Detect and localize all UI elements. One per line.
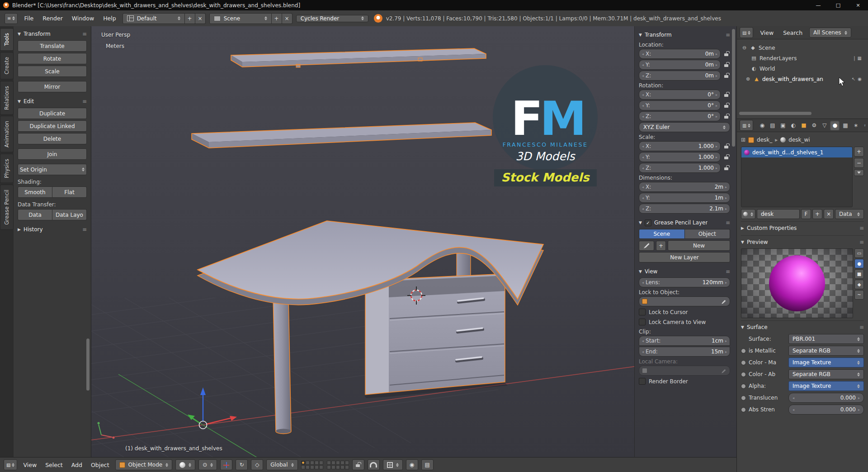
tab-material[interactable]: ● [830, 120, 840, 130]
close-button[interactable]: × [848, 0, 868, 10]
layer-toggle[interactable] [336, 461, 340, 465]
layer-toggle[interactable] [340, 461, 344, 465]
screen-layout-selector[interactable]: Default [123, 13, 185, 24]
draw-pencil-button[interactable] [639, 241, 654, 251]
set-origin-button[interactable]: Set Origin [18, 164, 87, 175]
mode-dropdown[interactable]: Object Mode [115, 459, 173, 470]
surface-shader-dropdown[interactable]: PBR.001 [788, 334, 864, 344]
tab-physics[interactable]: Physics [0, 154, 14, 183]
snap-toggle-button[interactable] [368, 459, 380, 470]
is-metallic-dropdown[interactable]: Separate RGB [788, 346, 864, 356]
shelf-lower[interactable] [192, 123, 491, 148]
clip-start-field[interactable]: ◂Start:1cm▸ [639, 336, 730, 346]
expander-icon[interactable]: ⊕ [745, 76, 751, 82]
material-name-field[interactable]: desk [757, 209, 800, 219]
outliner-scrollbar-horizontal[interactable] [739, 112, 811, 115]
maximize-button[interactable]: □ [828, 0, 848, 10]
scale-button[interactable]: Scale [18, 66, 87, 77]
panel-header-surface[interactable]: ▼ Surface ≡ [741, 320, 864, 332]
layer-toggle[interactable] [315, 465, 319, 469]
tab-scene[interactable]: ▣ [778, 120, 788, 130]
step-left-icon[interactable]: ◂ [642, 144, 644, 148]
panel-menu-icon[interactable]: ≡ [859, 324, 864, 330]
step-right-icon[interactable]: ▸ [725, 339, 727, 343]
breadcrumb-object[interactable]: desk_ [757, 137, 772, 143]
panel-header-view[interactable]: ▼ View ≡ [639, 267, 730, 277]
lock-rotation-y-button[interactable] [722, 103, 730, 108]
step-right-icon[interactable]: ▸ [725, 207, 727, 211]
step-left-icon[interactable]: ◂ [642, 155, 644, 159]
step-left-icon[interactable]: ◂ [642, 185, 644, 189]
lock-location-x-button[interactable] [722, 51, 730, 57]
layer-toggle[interactable] [331, 465, 335, 469]
step-right-icon[interactable]: ▸ [716, 93, 717, 97]
viewport-3d[interactable]: F M FRANCESCO MILANESE 3D Models Stock M… [91, 26, 736, 457]
outliner-item-world[interactable]: ◐ World [739, 63, 866, 74]
shade-smooth-button[interactable]: Smooth [18, 186, 52, 198]
viewport-menu-object[interactable]: Object [88, 462, 112, 468]
lock-camera-checkbox[interactable] [639, 319, 646, 325]
menu-help[interactable]: Help [100, 15, 119, 22]
dimensions-x-field[interactable]: ◂X:2m▸ [639, 182, 730, 192]
panel-menu-icon[interactable]: ≡ [726, 219, 730, 226]
step-right-icon[interactable]: ▸ [716, 114, 717, 119]
snap-element-dropdown[interactable] [383, 459, 403, 470]
render-engine-selector[interactable]: Cycles Render [296, 15, 368, 22]
tab-texture[interactable]: ▦ [840, 120, 850, 130]
layer-toggle[interactable] [345, 461, 349, 465]
tab-world[interactable]: ◐ [788, 120, 798, 130]
restrict-render-icon[interactable]: ◉ [858, 76, 862, 81]
color-ab-dropdown[interactable]: Separate RGB [788, 369, 864, 379]
local-camera-field[interactable] [639, 366, 730, 376]
location-z-field[interactable]: ◂Z:0m▸ [639, 71, 721, 81]
orientation-dropdown[interactable]: Global [266, 459, 297, 470]
layer-toggle[interactable] [315, 461, 319, 465]
eyedropper-icon[interactable] [722, 368, 727, 373]
step-right-icon[interactable]: ▸ [725, 350, 727, 354]
rotation-y-field[interactable]: ◂Y:0°▸ [639, 100, 721, 110]
layer-toggle[interactable] [345, 465, 349, 469]
toolshelf-scrollbar[interactable] [86, 339, 90, 391]
scale-y-field[interactable]: ◂Y:1.000▸ [639, 152, 721, 162]
abs-strength-field[interactable]: ◂0.000▸ [788, 405, 864, 415]
step-right-icon[interactable]: ▸ [858, 408, 860, 412]
panel-header-preview[interactable]: ▼ Preview ≡ [741, 235, 864, 247]
npanel-scrollbar[interactable] [732, 29, 735, 147]
fake-user-button[interactable]: F [801, 209, 811, 219]
outliner-menu-search[interactable]: Search [780, 29, 805, 36]
step-right-icon[interactable]: ▸ [716, 144, 717, 148]
lock-scale-y-button[interactable] [722, 154, 730, 160]
manipulator-translate-button[interactable] [220, 459, 232, 470]
tab-object-data[interactable]: ▽ [820, 120, 829, 130]
material-slot-list[interactable]: desk_with_d...d_shelves_1 [741, 147, 853, 207]
new-material-button[interactable]: + [812, 209, 822, 219]
lock-rotation-z-button[interactable] [722, 114, 730, 119]
expander-icon[interactable]: ⊖ [741, 45, 747, 51]
panel-header-transform-n[interactable]: ▼ Transform ≡ [639, 30, 730, 40]
info-editor-selector[interactable]: ≡ [5, 13, 18, 24]
join-button[interactable]: Join [18, 148, 87, 160]
step-right-icon[interactable]: ▸ [725, 185, 727, 189]
dimensions-y-field[interactable]: ◂Y:1m▸ [639, 193, 730, 203]
tab-modifiers[interactable]: ⚙ [809, 120, 819, 130]
step-left-icon[interactable]: ◂ [642, 207, 644, 211]
location-y-field[interactable]: ◂Y:0m▸ [639, 60, 721, 70]
tab-grease-pencil[interactable]: Grease Pencil [0, 185, 14, 230]
viewport-menu-add[interactable]: Add [69, 462, 85, 468]
translate-button[interactable]: Translate [18, 40, 87, 52]
step-right-icon[interactable]: ▸ [725, 281, 727, 285]
manipulator-rotate-button[interactable]: ↻ [236, 459, 248, 470]
delete-scene-button[interactable]: × [282, 13, 292, 24]
panel-menu-icon[interactable]: ≡ [82, 98, 87, 105]
step-right-icon[interactable]: ▸ [725, 196, 727, 200]
shelf-upper[interactable] [231, 48, 486, 67]
step-right-icon[interactable]: ▸ [716, 63, 717, 67]
restrict-select-icon[interactable]: ↖ [852, 76, 855, 81]
material-slot-selected[interactable]: desk_with_d...d_shelves_1 [741, 147, 852, 157]
panel-menu-icon[interactable]: ≡ [859, 239, 864, 245]
tab-render[interactable]: ◉ [757, 120, 767, 130]
shade-flat-button[interactable]: Flat [52, 186, 87, 198]
gp-new-button[interactable]: New [668, 240, 730, 251]
opengl-render-button[interactable]: ◉ [406, 459, 418, 470]
tab-object[interactable]: ■ [799, 120, 808, 130]
